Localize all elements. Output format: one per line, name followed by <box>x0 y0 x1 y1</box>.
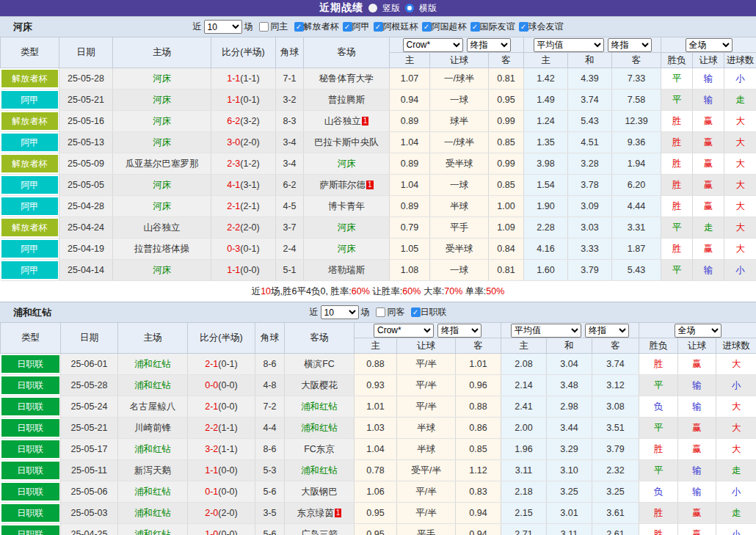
league-filter-checkbox[interactable]: ✓ <box>374 22 383 32</box>
result-handicap: 赢 <box>693 196 724 217</box>
league-filter-label: 阿甲 <box>352 21 370 33</box>
col-goals-result: 进球数 <box>724 53 756 68</box>
avg-away-odds: 3.74 <box>592 354 639 375</box>
handicap-away-odds: 0.81 <box>489 68 524 90</box>
away-team-cell: 浦和红钻 <box>285 460 355 481</box>
col-corner: 角球 <box>255 323 285 354</box>
corner-score: 4-5 <box>276 196 304 217</box>
handicap-line: 半球 <box>397 418 456 439</box>
summary-text: 10 <box>261 286 271 296</box>
vertical-layout-radio[interactable] <box>368 4 377 12</box>
handicap-away-odds: 1.01 <box>456 354 501 375</box>
red-card-badge: 1 <box>366 181 374 189</box>
halftime-score: (2-1) <box>240 201 259 211</box>
odds-provider-select[interactable]: Crow* <box>374 324 434 338</box>
league-filter-checkbox[interactable]: ✓ <box>343 22 352 32</box>
result-handicap: 输 <box>693 90 724 111</box>
league-badge-cell: 解放者杯 <box>1 153 59 175</box>
away-team-name: 横滨FC <box>304 359 335 369</box>
league-filter-checkbox[interactable]: ✓ <box>519 22 528 32</box>
avg-away-odds: 4.44 <box>612 196 661 217</box>
same-home-checkbox[interactable] <box>259 22 269 32</box>
match-date: 25-05-17 <box>61 439 118 460</box>
halftime-score: (3-1) <box>240 180 259 190</box>
home-team-name: 河床 <box>153 116 171 126</box>
league-badge-cell: 解放者杯 <box>1 111 59 132</box>
halftime-score: (0-0) <box>218 401 237 412</box>
match-count-select[interactable]: 10 <box>204 20 242 34</box>
red-card-badge: 1 <box>335 509 342 517</box>
home-team-name: 浦和红钻 <box>134 529 171 535</box>
match-count-select[interactable]: 10 <box>321 305 359 319</box>
league-filter-checkbox[interactable]: ✓ <box>294 22 304 32</box>
col-score: 比分(半场) <box>188 323 255 354</box>
result-winloss: 胜 <box>661 153 693 175</box>
league-badge: 日职联 <box>1 504 60 522</box>
final-avg-select[interactable]: 终指 <box>608 38 652 52</box>
corner-score: 5-6 <box>255 481 285 503</box>
final-odds-select[interactable]: 终指 <box>437 324 481 338</box>
league-filter-checkbox[interactable]: ✓ <box>422 22 432 32</box>
vertical-layout-label: 竖版 <box>382 2 400 15</box>
away-team-name: 广岛三箭 <box>301 529 338 535</box>
league-filter-checkbox[interactable]: ✓ <box>411 307 421 317</box>
handicap-home-odds: 0.94 <box>390 90 430 111</box>
horizontal-layout-radio[interactable] <box>405 4 414 12</box>
result-goals: 走 <box>716 503 756 524</box>
games-label: 场 <box>244 21 253 33</box>
handicap-home-odds: 0.95 <box>355 503 397 524</box>
match-date: 25-04-19 <box>59 239 113 260</box>
avg-draw-odds: 5.43 <box>568 111 612 132</box>
avg-away-odds: 9.36 <box>612 132 661 153</box>
avg-home-odds: 4.16 <box>524 239 568 260</box>
corner-score: 3-4 <box>276 132 304 153</box>
away-team-cell: 广岛三箭 <box>285 524 355 535</box>
home-team-cell: 新泻天鹅 <box>118 460 188 481</box>
home-team-name: 拉普拉塔体操 <box>134 244 189 254</box>
handicap-away-odds: 0.83 <box>456 481 501 503</box>
final-avg-select[interactable]: 终指 <box>585 324 629 338</box>
final-odds-select[interactable]: 终指 <box>467 38 511 52</box>
fulltime-score: 2-2 <box>227 222 240 233</box>
league-badge: 阿甲 <box>1 176 59 194</box>
odds-provider-select[interactable]: Crow* <box>403 38 463 52</box>
scope-select[interactable]: 全场 <box>675 324 722 338</box>
fulltime-score: 4-1 <box>227 180 240 190</box>
home-team-cell: 瓜亚基尔巴塞罗那 <box>113 153 211 175</box>
home-team-cell: 浦和红钻 <box>118 524 188 535</box>
scope-select[interactable]: 全场 <box>686 38 733 52</box>
away-team-cell: 河床 <box>304 153 390 175</box>
col-avg-draw: 和 <box>568 53 612 68</box>
handicap-home-odds: 0.89 <box>390 111 430 132</box>
average-odds-select[interactable]: 平均值 <box>511 324 581 338</box>
league-badge-cell: 阿甲 <box>1 260 59 281</box>
corner-score: 3-5 <box>255 503 285 524</box>
result-handicap: 走 <box>693 217 724 239</box>
handicap-line: 半球 <box>430 196 489 217</box>
score-cell: 2-2(2-0) <box>211 217 276 239</box>
result-goals: 大 <box>724 111 756 132</box>
avg-draw-odds: 3.03 <box>568 217 612 239</box>
same-away-checkbox[interactable] <box>376 307 385 317</box>
away-team-cell: FC东京 <box>285 439 355 460</box>
result-goals: 走 <box>716 460 756 481</box>
match-row: 解放者杯 25-04-24 山谷独立 2-2(2-0) 3-7 河床 0.79 … <box>1 217 756 239</box>
league-filter-checkbox[interactable]: ✓ <box>470 22 480 32</box>
average-odds-select[interactable]: 平均值 <box>534 38 604 52</box>
home-team-cell: 川崎前锋 <box>118 418 188 439</box>
avg-away-odds: 3.61 <box>592 503 639 524</box>
away-team-name: 大阪樱花 <box>301 380 338 390</box>
handicap-line: 一/球半 <box>430 68 489 90</box>
score-cell: 1-1(1-1) <box>211 68 276 90</box>
halftime-score: (0-1) <box>240 95 259 105</box>
result-winloss: 胜 <box>661 239 693 260</box>
col-avg-draw: 和 <box>547 338 592 354</box>
match-row: 日职联 25-04-25 浦和红钻 1-0(0-0) 5-6 广岛三箭 0.95… <box>1 524 756 535</box>
away-team-name: 博卡青年 <box>328 201 365 211</box>
league-badge: 解放者杯 <box>1 112 59 130</box>
match-date: 25-04-24 <box>59 217 113 239</box>
avg-draw-odds: 3.29 <box>547 439 592 460</box>
handicap-away-odds: 0.85 <box>456 439 501 460</box>
league-badge-cell: 日职联 <box>1 354 61 375</box>
result-winloss: 负 <box>639 481 678 503</box>
